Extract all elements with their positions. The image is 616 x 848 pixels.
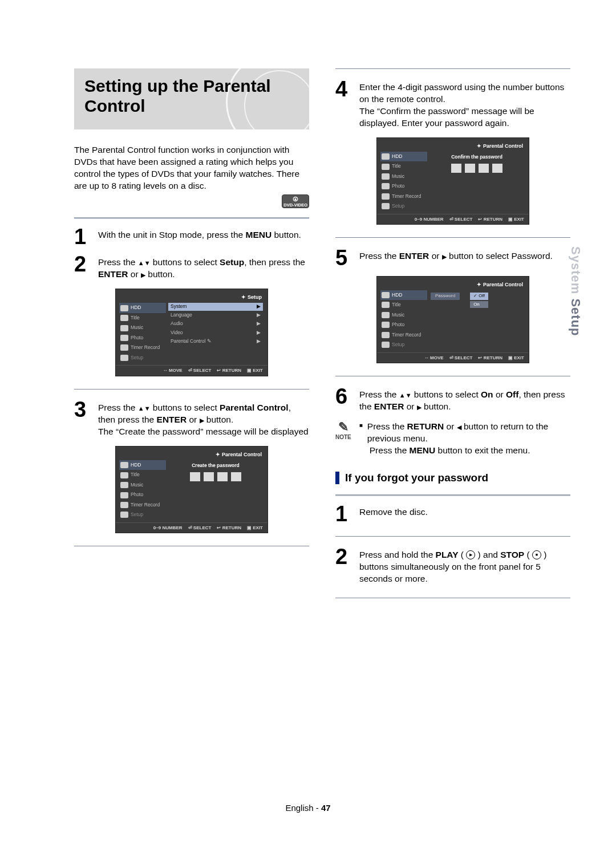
step-5-text: Press the ENTER or button to select Pass…	[359, 248, 570, 267]
page-footer: English - 47	[0, 802, 616, 814]
osd-confirm-password: Parental Control HDD Title Music Photo T…	[376, 137, 529, 225]
step-4: 4 Enter the 4-digit password using the n…	[335, 79, 570, 129]
osd-setup-menu: Setup HDD Title Music Photo Timer Record…	[115, 289, 268, 376]
divider	[335, 494, 570, 496]
osd-password-on-off: Parental Control HDD Title Music Photo T…	[376, 276, 529, 364]
step-1: 1 With the unit in Stop mode, press the …	[74, 227, 309, 246]
step-3-text: Press the buttons to select Parental Con…	[98, 400, 309, 438]
forgot-password-heading: If you forgot your password	[335, 470, 570, 485]
left-column: Setting up the Parental Control The Pare…	[74, 68, 309, 608]
divider	[74, 546, 309, 546]
chapter-tab: System Setup	[567, 246, 584, 336]
note-line-1: Press the RETURN or button to return to …	[367, 421, 570, 445]
step-2: 2 Press the buttons to select Setup, the…	[74, 254, 309, 281]
right-column: 4 Enter the 4-digit password using the n…	[335, 68, 570, 608]
step-6-text: Press the buttons to select On or Off, t…	[359, 387, 570, 413]
step-4-text: Enter the 4-digit password using the num…	[359, 79, 570, 129]
dvd-video-badge: ⦿DVD-VIDEO	[282, 194, 309, 209]
osd-create-password: Parental Control HDD Title Music Photo T…	[115, 446, 268, 534]
divider	[335, 598, 570, 598]
divider	[74, 217, 309, 219]
divider	[335, 536, 570, 537]
step-5: 5 Press the ENTER or button to select Pa…	[335, 248, 570, 267]
divider	[74, 389, 309, 389]
note-line-2: Press the MENU button to exit the menu.	[359, 445, 570, 457]
divider	[335, 237, 570, 238]
forgot-step-1: 1 Remove the disc.	[335, 504, 570, 524]
note-block: ✎ NOTE Press the RETURN or button to ret…	[335, 421, 570, 457]
step-2-text: Press the buttons to select Setup, then …	[98, 254, 309, 281]
step-6: 6 Press the buttons to select On or Off,…	[335, 387, 570, 413]
osd-sidebar: HDD Title Music Photo Timer Record Setup	[116, 303, 166, 363]
section-title-banner: Setting up the Parental Control	[74, 68, 309, 129]
step-1-text: With the unit in Stop mode, press the ME…	[98, 227, 309, 246]
divider	[335, 68, 570, 69]
page-title: Setting up the Parental Control	[84, 76, 299, 116]
intro-paragraph: The Parental Control function works in c…	[74, 144, 309, 192]
step-3: 3 Press the buttons to select Parental C…	[74, 400, 309, 438]
forgot-step-2: 2 Press and hold the PLAY ( ) and STOP (…	[335, 547, 570, 585]
note-icon: ✎ NOTE	[335, 421, 351, 441]
divider	[335, 376, 570, 376]
